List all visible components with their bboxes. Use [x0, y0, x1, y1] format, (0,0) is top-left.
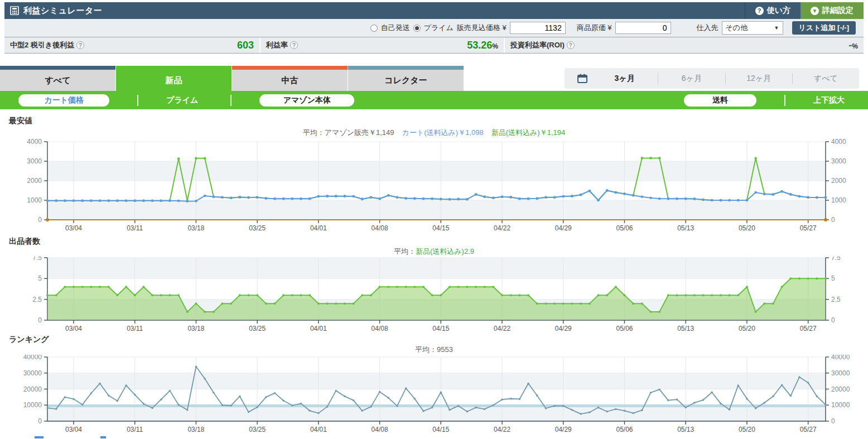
tab-collector-strip [348, 66, 464, 70]
title-bar: 利益シミュレーター ? 使い方 ▼ 詳細設定 [4, 2, 864, 19]
settings-button-label: 詳細設定 [822, 6, 853, 16]
price-chart[interactable]: 001000100020002000300030004000400003/040… [0, 138, 868, 234]
period-12m[interactable]: 12ヶ月 [726, 74, 792, 84]
tab-collector[interactable]: コレクター [348, 66, 464, 91]
expected-price-label: 販売見込価格 ¥ [457, 23, 507, 33]
period-selector: 3ヶ月 6ヶ月 12ヶ月 すべて [565, 68, 859, 89]
svg-text:03/11: 03/11 [127, 325, 143, 332]
self-ship-label: 自己発送 [381, 23, 410, 33]
svg-text:04/01: 04/01 [310, 325, 327, 332]
margin-help-icon[interactable]: ? [290, 41, 298, 49]
svg-text:04/08: 04/08 [372, 325, 388, 332]
chart-sellers-title: 出品者数 [0, 234, 868, 247]
svg-text:04/29: 04/29 [555, 325, 572, 332]
svg-text:03/11: 03/11 [127, 426, 143, 433]
legend-item: カート(送料込み)￥1,098 [402, 128, 484, 138]
prime-toggle[interactable]: プライム [166, 95, 198, 105]
chart-price-legend: 平均：アマゾン販売￥1,149 カート(送料込み)￥1,098 新品(送料込み)… [0, 127, 868, 138]
tab-used-strip [232, 66, 348, 70]
period-3m[interactable]: 3ヶ月 [591, 74, 658, 84]
series-toolbar: カート価格 プライム アマゾン本体 送料 上下拡大 [0, 91, 868, 109]
prime-label: プライム [424, 23, 454, 33]
svg-text:03/04: 03/04 [65, 325, 82, 332]
svg-text:40000: 40000 [831, 355, 850, 361]
roi-cell: 投資利益率(ROI) ? -% [504, 37, 864, 53]
svg-text:03/25: 03/25 [249, 426, 266, 433]
svg-text:10000: 10000 [831, 401, 850, 409]
controls-row: 自己発送 プライム 販売見込価格 ¥ 商品原価 ¥ 仕入先 その他 ▼ リスト追… [4, 19, 864, 37]
profit-help-icon[interactable]: ? [76, 41, 84, 49]
amazon-toggle[interactable]: アマゾン本体 [259, 94, 354, 107]
supplier-label: 仕入先 [697, 23, 718, 33]
question-icon: ? [755, 7, 764, 15]
svg-text:2.5: 2.5 [831, 296, 841, 303]
chart-block-sellers: 出品者数 平均： 新品(送料込み)2.9 002.52.5557.57.503/… [0, 234, 868, 332]
svg-text:04/08: 04/08 [372, 224, 388, 232]
svg-text:4000: 4000 [27, 138, 42, 146]
legend-item: 新品(送料込み)2.9 [416, 247, 474, 257]
toolbar-divider [137, 95, 138, 106]
page-title: 利益シミュレーター [23, 6, 102, 16]
svg-text:20000: 20000 [831, 385, 850, 393]
supplier-select[interactable]: その他 ▼ [722, 21, 783, 35]
prime-radio[interactable] [413, 25, 421, 32]
cart-price-toggle[interactable]: カート価格 [18, 94, 109, 107]
period-6m[interactable]: 6ヶ月 [658, 74, 725, 84]
add-to-list-button[interactable]: リスト追加 [-/-] [792, 21, 856, 35]
tab-used[interactable]: 中古 [232, 66, 348, 91]
tab-all[interactable]: すべて [0, 66, 115, 91]
shipping-toggle[interactable]: 送料 [684, 94, 756, 107]
chart-sellers-legend: 平均： 新品(送料込み)2.9 [0, 247, 868, 257]
svg-text:1000: 1000 [831, 196, 846, 204]
margin-value: 53.26 [467, 40, 492, 51]
advanced-settings-button[interactable]: ▼ 詳細設定 [801, 2, 864, 19]
ranking-chart[interactable]: 0010000100002000020000300003000040000400… [0, 355, 868, 434]
expected-price-input[interactable] [510, 22, 566, 34]
tab-all-strip [0, 66, 115, 70]
roi-help-icon[interactable]: ? [567, 41, 575, 49]
svg-text:0: 0 [831, 216, 835, 224]
svg-text:05/13: 05/13 [677, 325, 694, 332]
svg-text:04/15: 04/15 [432, 325, 449, 332]
svg-text:03/25: 03/25 [249, 224, 266, 232]
tab-new-strip [116, 66, 232, 70]
svg-text:03/18: 03/18 [187, 426, 204, 433]
svg-text:0: 0 [38, 316, 42, 324]
svg-text:20000: 20000 [23, 385, 42, 393]
help-button-label: 使い方 [767, 6, 790, 16]
profit-label: 中型2 税引き後利益 [10, 40, 74, 50]
svg-text:40000: 40000 [23, 355, 42, 361]
calculator-icon [10, 6, 19, 15]
chart-ranking-title: ランキング [0, 332, 868, 345]
svg-text:0: 0 [38, 417, 42, 425]
tab-collector-label: コレクター [348, 70, 464, 91]
cost-input[interactable] [615, 22, 671, 34]
svg-text:30000: 30000 [23, 369, 42, 377]
tab-all-label: すべて [0, 70, 115, 91]
sellers-chart[interactable]: 002.52.5557.57.503/0403/1103/1803/2504/0… [0, 257, 868, 332]
svg-text:05/20: 05/20 [739, 224, 755, 232]
svg-text:7.5: 7.5 [32, 257, 42, 262]
legend-item: 平均： [394, 247, 416, 257]
svg-text:5: 5 [38, 274, 42, 282]
roi-unit: % [852, 42, 858, 50]
supplier-selected-value: その他 [726, 23, 748, 33]
svg-text:0: 0 [831, 316, 835, 324]
legend-item: 新品(送料込み)￥1,194 [491, 128, 566, 138]
svg-text:0: 0 [831, 417, 835, 425]
tab-new[interactable]: 新品 [116, 66, 232, 91]
svg-text:3000: 3000 [27, 157, 42, 165]
svg-text:05/20: 05/20 [739, 426, 755, 433]
chart-block-ranking: ランキング 平均：9553 00100001000020000200003000… [0, 332, 868, 434]
svg-text:05/27: 05/27 [800, 325, 817, 332]
self-ship-radio[interactable] [370, 25, 378, 32]
svg-text:05/13: 05/13 [677, 224, 694, 232]
svg-text:03/18: 03/18 [187, 325, 204, 332]
period-all[interactable]: すべて [793, 74, 859, 84]
help-button[interactable]: ? 使い方 [745, 2, 801, 19]
expand-toggle[interactable]: 上下拡大 [813, 95, 845, 105]
partial-next-section [33, 435, 145, 439]
calendar-icon [576, 73, 589, 84]
svg-text:04/29: 04/29 [555, 224, 572, 232]
svg-text:0: 0 [38, 216, 42, 224]
